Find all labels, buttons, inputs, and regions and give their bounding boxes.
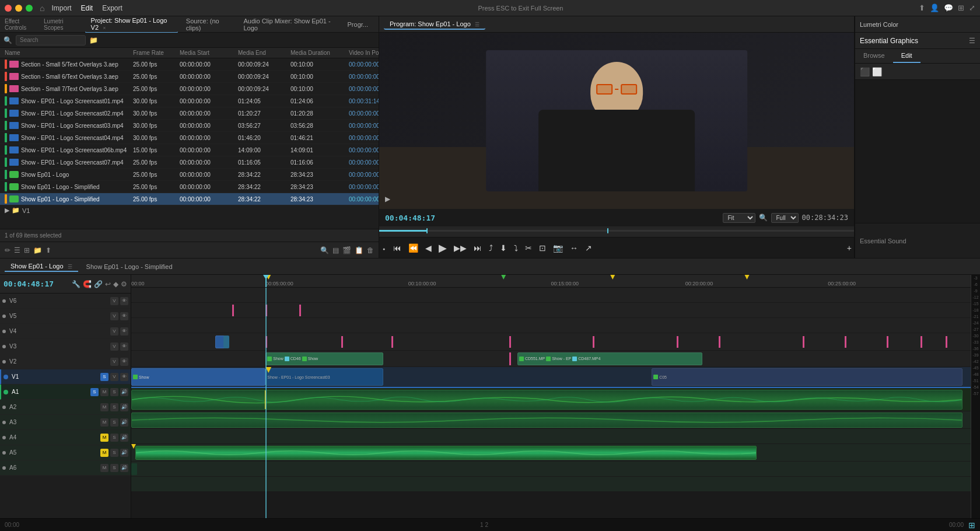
track-v2[interactable]: Show CD46 Show CD551.MP Show - EP CD487.… [131,351,971,367]
table-row[interactable]: Show Ep01 - Logo - Simplified 25.00 fps … [0,181,379,193]
fit-dropdown[interactable]: Fit 25% 50% 75% 100% [723,213,755,223]
new-folder-icon[interactable]: 📁 [89,36,98,44]
table-row[interactable]: Show - EP01 - Logo Screencast03.mp4 30.0… [0,120,379,132]
monitor-timeline-bar[interactable] [379,226,854,237]
panel-menu-icon[interactable]: ☰ [969,37,975,45]
export-frame-button[interactable]: 📷 [551,242,565,254]
a5-m-btn[interactable]: M [100,449,108,457]
clip-v3-marker[interactable] [265,336,267,348]
play-overlay-icon[interactable]: ▶ [385,195,390,203]
clip-v5-1[interactable] [232,305,234,316]
a4-m-btn[interactable]: M [100,434,108,442]
insert-button[interactable]: ⤴ [487,242,495,254]
tab-program-monitor[interactable]: Program: Show Ep01 - Logo ☰ [384,19,485,30]
tab-timeline-simplified[interactable]: Show Ep01 - Logo - Simplified [80,262,178,271]
track-v6[interactable] [131,288,971,303]
go-to-out-button[interactable]: ⏭ [471,242,484,254]
clip-v1-3[interactable]: C05 [652,368,962,386]
a6-m-btn[interactable]: M [100,464,108,472]
clip-a4-main[interactable] [135,446,757,460]
share-button[interactable]: ↗ [583,242,594,254]
a1-m-btn[interactable]: M [100,388,108,396]
clip-a5-1[interactable] [131,463,137,475]
menu-export[interactable]: Export [102,4,123,12]
search-input[interactable] [16,35,86,46]
magnet-icon[interactable]: 🧲 [83,280,92,288]
view-icon[interactable]: ▤ [332,246,339,254]
track-a5[interactable] [131,462,971,477]
step-back-button[interactable]: ⏪ [406,242,421,254]
tab-project[interactable]: Project: Show Ep01 - Logo V2 × [85,16,178,33]
clip-v3-marker12[interactable] [946,336,947,348]
home-icon[interactable]: ⌂ [40,4,44,13]
table-row[interactable]: Show - EP01 - Logo Screencast02.mp4 30.0… [0,107,379,120]
menu-edit[interactable]: Edit [80,4,93,12]
a5-s-btn[interactable]: S [110,449,118,457]
v5-eye-btn[interactable]: 👁 [120,312,128,320]
person-icon[interactable]: 👤 [930,4,939,12]
a3-m-btn[interactable]: M [100,418,108,427]
timeline-settings-icon[interactable]: ⚙ [121,280,127,288]
track-v3[interactable] [131,333,971,351]
clip-v2-marker[interactable] [509,352,511,365]
align-icon[interactable]: ⬛ [860,67,870,76]
v1-toggle-btn[interactable]: V [110,373,118,381]
clip-v5-2[interactable] [265,305,267,316]
overwrite-button[interactable]: ⬇ [498,242,509,254]
lift-button[interactable]: ⤵ [512,242,520,254]
speech-icon[interactable]: 💬 [944,4,953,12]
monitor-icon[interactable]: ⊞ [968,520,975,530]
add-clip-button[interactable]: + [845,242,854,254]
clip-v1-2[interactable]: Show - EP01 - Logo Screencast03 [265,368,383,386]
tracks-content[interactable]: Show CD46 Show CD551.MP Show - EP CD487.… [131,288,971,518]
track-a2[interactable] [131,411,971,429]
v6-toggle-btn[interactable]: V [110,297,118,305]
insert-icon[interactable]: ↩ [105,280,111,288]
tools-icon[interactable]: 🔧 [72,280,80,288]
clip-v3-marker3[interactable] [391,336,393,348]
clip-v3-marker2[interactable] [341,336,343,348]
table-row[interactable]: Show - EP01 - Logo Screencast04.mp4 30.0… [0,132,379,144]
clip-v3-marker5[interactable] [593,336,594,348]
match-frame-button[interactable]: ⊡ [537,242,548,254]
trash-icon[interactable]: 🗑 [367,246,374,254]
table-row[interactable]: Show - EP01 - Logo Screencast01.mp4 30.0… [0,95,379,107]
layout-icon[interactable]: ⊞ [958,4,964,12]
v2-toggle-btn[interactable]: V [110,358,118,366]
a4-mute-btn[interactable]: 🔊 [120,434,128,442]
a3-mute-btn[interactable]: 🔊 [120,418,128,427]
table-row[interactable]: Section - Small 7/Text Overlays 3.aep 25… [0,83,379,95]
table-row[interactable]: Show Ep01 - Logo - Simplified 25.00 fps … [0,193,379,205]
play-back-button[interactable]: ◀ [423,242,434,254]
clip-v1-1[interactable]: Show [131,368,265,386]
play-pause-button[interactable]: ▶ [436,240,449,256]
clip-v3-2[interactable] [223,336,229,348]
align2-icon[interactable]: ⬜ [872,67,882,76]
a6-mute-btn[interactable]: 🔊 [120,464,128,472]
track-v1[interactable]: Show Show - EP01 - Logo Screencast03 C05 [131,367,971,388]
a3-s-btn[interactable]: S [110,418,118,427]
track-v5[interactable] [131,303,971,318]
a4-s-btn[interactable]: S [110,434,118,442]
clip-v5-3[interactable] [299,305,301,316]
clip-v3-marker8[interactable] [803,336,804,348]
v3-toggle-btn[interactable]: V [110,343,118,351]
search2-icon[interactable]: 🔍 [320,246,329,254]
zoom-dropdown[interactable]: Full 1/2 1/4 [771,213,799,223]
pencil-icon[interactable]: ✏ [5,246,10,254]
tab-effect-controls[interactable]: Effect Controls [5,18,38,31]
a2-s-btn[interactable]: S [110,403,118,411]
search-icon[interactable]: 🔍 [4,36,12,44]
clip-v3-marker9[interactable] [845,336,846,348]
clip-v2-1[interactable]: Show CD46 Show [265,352,383,365]
a5-mute-btn[interactable]: 🔊 [120,449,128,457]
extract-button[interactable]: ✂ [523,242,534,254]
export-icon[interactable]: ⬆ [919,4,925,12]
folder-row[interactable]: ▶ 📁 V1 [0,205,379,215]
keyframe-icon[interactable]: ◆ [113,280,118,288]
a6-s-btn[interactable]: S [110,464,118,472]
folder-icon[interactable]: 📁 [33,246,42,254]
clip-v3-marker11[interactable] [921,336,922,348]
a1-s-btn[interactable]: S [110,388,118,396]
maximize-button[interactable] [26,5,33,12]
